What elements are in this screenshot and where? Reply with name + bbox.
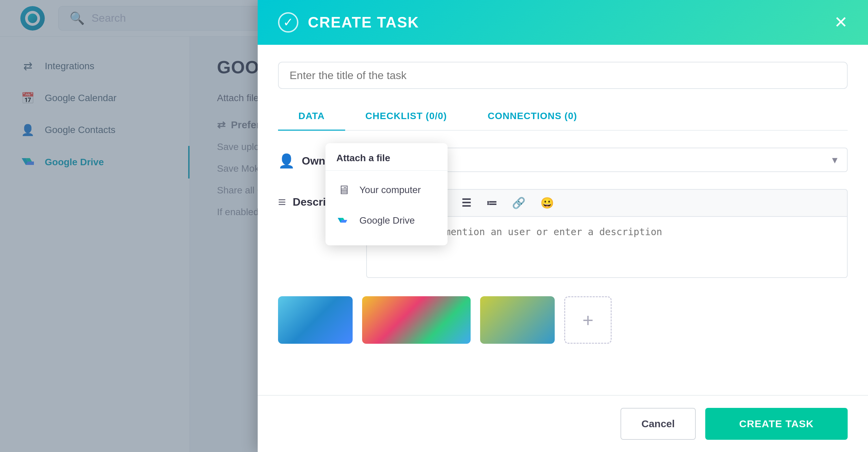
attach-computer-label: Your computer [359, 185, 421, 195]
thumbnails-row: + [278, 296, 848, 344]
create-task-modal: ✓ CREATE TASK ✕ DATA CHECKLIST (0/0) CON… [258, 0, 868, 452]
thumbnail-3[interactable] [480, 296, 555, 344]
close-button[interactable]: ✕ [834, 14, 848, 31]
modal-body: DATA CHECKLIST (0/0) CONNECTIONS (0) 👤 O… [258, 45, 868, 395]
tab-checklist[interactable]: CHECKLIST (0/0) [345, 102, 468, 130]
modal-header: ✓ CREATE TASK ✕ [258, 0, 868, 45]
attach-gdrive-item[interactable]: Google Drive [326, 205, 448, 236]
thumbnail-1[interactable] [278, 296, 353, 344]
attach-gdrive-label: Google Drive [359, 215, 415, 226]
numbered-list-button[interactable]: ≔ [482, 194, 501, 212]
bullet-list-button[interactable]: ☰ [457, 194, 475, 212]
description-icon: ≡ [278, 194, 286, 210]
modal-footer: Cancel CREATE TASK [258, 395, 868, 452]
emoji-button[interactable]: 😀 [536, 194, 558, 212]
modal-title: CREATE TASK [308, 14, 825, 31]
tab-connections[interactable]: CONNECTIONS (0) [467, 102, 597, 130]
cancel-button[interactable]: Cancel [620, 408, 696, 440]
gdrive-attach-icon [336, 213, 351, 228]
attach-file-dropdown: Attach a file 🖥 Your computer Google Dri… [326, 143, 448, 245]
owner-icon: 👤 [278, 153, 295, 169]
add-thumbnail-button[interactable]: + [564, 296, 612, 344]
task-title-input[interactable] [278, 62, 848, 89]
modal-tabs: DATA CHECKLIST (0/0) CONNECTIONS (0) [278, 102, 848, 131]
link-button[interactable]: 🔗 [508, 194, 530, 212]
thumbnail-2[interactable] [362, 296, 471, 344]
attach-header: Attach a file [326, 153, 448, 171]
check-circle-icon: ✓ [278, 12, 298, 33]
tab-data[interactable]: DATA [278, 102, 345, 131]
computer-icon: 🖥 [336, 183, 351, 197]
attach-computer-item[interactable]: 🖥 Your computer [326, 175, 448, 205]
create-task-button[interactable]: CREATE TASK [705, 408, 848, 440]
dropdown-arrow-icon: ▾ [832, 153, 837, 166]
